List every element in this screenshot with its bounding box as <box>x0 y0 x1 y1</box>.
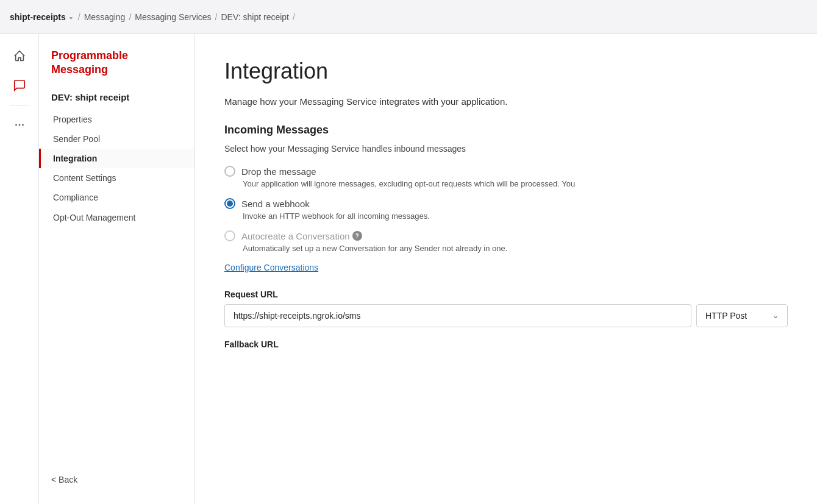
nav-item-content-settings[interactable]: Content Settings <box>39 168 194 188</box>
nav-item-properties[interactable]: Properties <box>39 110 194 129</box>
svg-point-1 <box>15 124 17 126</box>
account-name: shipt-receipts <box>10 12 66 22</box>
radio-option-autocreate: Autocreate a Conversation ? Automaticall… <box>224 230 788 253</box>
breadcrumb-messaging[interactable]: Messaging <box>84 12 126 22</box>
icon-sidebar <box>0 34 39 504</box>
section-title: DEV: shipt receipt <box>39 92 194 110</box>
autocreate-label-group: Autocreate a Conversation ? <box>241 231 362 241</box>
account-chevron-icon: ⌄ <box>68 13 73 20</box>
breadcrumb-messaging-services[interactable]: Messaging Services <box>135 12 211 22</box>
page-title: Integration <box>224 59 788 84</box>
back-link[interactable]: < Back <box>39 465 194 494</box>
http-method-label: HTTP Post <box>705 311 747 321</box>
radio-label-autocreate[interactable]: Autocreate a Conversation ? <box>224 230 788 241</box>
radio-input-drop[interactable] <box>224 166 235 177</box>
nav-item-sender-pool[interactable]: Sender Pool <box>39 129 194 149</box>
sidebar-divider <box>10 105 29 105</box>
breadcrumb-dev-shipt-receipt[interactable]: DEV: shipt receipt <box>221 12 289 22</box>
radio-input-autocreate[interactable] <box>224 230 235 241</box>
radio-desc-drop: Your application will ignore messages, e… <box>243 179 788 188</box>
messaging-icon[interactable] <box>7 73 32 98</box>
request-url-label: Request URL <box>224 289 788 299</box>
request-url-row: HTTP Post ⌄ <box>224 304 788 327</box>
nav-item-integration[interactable]: Integration <box>39 149 194 168</box>
account-selector[interactable]: shipt-receipts ⌄ <box>10 12 73 22</box>
autocreate-help-icon[interactable]: ? <box>352 231 362 241</box>
nav-item-compliance[interactable]: Compliance <box>39 188 194 207</box>
page-description: Manage how your Messaging Service integr… <box>224 96 788 107</box>
more-icon[interactable] <box>7 113 32 137</box>
svg-point-2 <box>22 124 24 126</box>
radio-label-drop[interactable]: Drop the message <box>224 166 788 177</box>
main-content: Integration Manage how your Messaging Se… <box>195 34 817 504</box>
svg-point-0 <box>18 124 20 126</box>
http-method-chevron-icon: ⌄ <box>772 311 779 320</box>
breadcrumb: / Messaging / Messaging Services / DEV: … <box>78 12 295 22</box>
radio-input-webhook[interactable] <box>224 198 235 209</box>
request-url-input[interactable] <box>224 304 691 327</box>
home-icon[interactable] <box>7 44 32 68</box>
request-url-section: Request URL HTTP Post ⌄ <box>224 289 788 327</box>
nav-sidebar: ProgrammableMessaging DEV: shipt receipt… <box>39 34 195 504</box>
radio-option-webhook: Send a webhook Invoke an HTTP webhook fo… <box>224 198 788 221</box>
fallback-url-label: Fallback URL <box>224 339 788 349</box>
topbar: shipt-receipts ⌄ / Messaging / Messaging… <box>0 0 817 34</box>
radio-desc-webhook: Invoke an HTTP webhook for all incoming … <box>243 211 788 221</box>
nav-item-opt-out-management[interactable]: Opt-Out Management <box>39 207 194 229</box>
incoming-messages-sub-desc: Select how your Messaging Service handle… <box>224 144 788 154</box>
fallback-url-section: Fallback URL <box>224 339 788 349</box>
layout: ProgrammableMessaging DEV: shipt receipt… <box>0 34 817 504</box>
brand-title[interactable]: ProgrammableMessaging <box>39 49 194 92</box>
incoming-messages-heading: Incoming Messages <box>224 124 788 137</box>
http-method-select[interactable]: HTTP Post ⌄ <box>696 304 788 327</box>
radio-desc-autocreate: Automatically set up a new Conversation … <box>243 244 788 253</box>
radio-label-webhook[interactable]: Send a webhook <box>224 198 788 209</box>
radio-option-drop: Drop the message Your application will i… <box>224 166 788 188</box>
configure-conversations-link[interactable]: Configure Conversations <box>224 263 318 272</box>
